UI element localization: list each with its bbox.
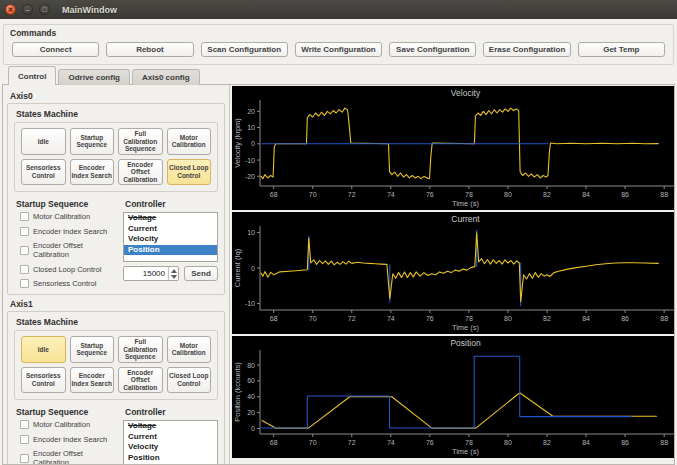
window-maximize-button[interactable]: □ — [39, 4, 50, 15]
axis1-motor-calibration-checkbox-row: Motor Calibration — [20, 420, 115, 429]
svg-text:78: 78 — [465, 439, 473, 446]
axis1-sensorless-control-button[interactable]: Sensorless Control — [21, 367, 66, 394]
svg-text:78: 78 — [465, 315, 473, 322]
axis0-encoder-offset-calibration-button[interactable]: Encoder Offset Calibration — [118, 159, 163, 186]
position-plot: PositionPosition (kcounts)68707274767880… — [232, 336, 674, 458]
axis0-full-calibration-sequence-button[interactable]: Full Calibration Sequence — [118, 128, 163, 155]
svg-text:0: 0 — [251, 265, 255, 272]
axis1-startup-sequence-column: Startup Sequence Motor Calibration Encod… — [14, 406, 115, 464]
svg-text:Time (s): Time (s) — [452, 323, 480, 332]
svg-text:76: 76 — [426, 191, 434, 198]
axis1-encoder-offset-calibration-button[interactable]: Encoder Offset Calibration — [118, 367, 163, 394]
axis0-option-velocity[interactable]: Velocity — [124, 234, 217, 245]
current-plot: CurrentCurrent (Iq)687072747678808284868… — [232, 212, 674, 334]
axis0-spin-row: 15000 Send — [123, 266, 218, 281]
axis0-states-machine-label: States Machine — [16, 109, 218, 119]
axis1-lower-row: Startup Sequence Motor Calibration Encod… — [14, 406, 218, 464]
svg-text:86: 86 — [621, 439, 629, 446]
axis1-states-machine-box: Idle Startup Sequence Full Calibration S… — [14, 330, 218, 400]
axis1-idle-button[interactable]: Idle — [21, 336, 66, 363]
scan-configuration-button[interactable]: Scan Configuration — [201, 42, 288, 57]
velocity-plot: VelocityVelocity (krpm)68707274767880828… — [232, 86, 674, 210]
axis0-encoder-index-search-button[interactable]: Encoder Index Search — [70, 159, 115, 186]
axis0-send-button[interactable]: Send — [184, 266, 218, 281]
axis1-encoder-offset-calibration-checkbox-row: Encoder Offset Calibration — [20, 449, 115, 464]
axis1-encoder-index-search-button[interactable]: Encoder Index Search — [70, 367, 115, 394]
window-close-button[interactable]: ✕ — [5, 4, 16, 15]
svg-text:60: 60 — [247, 377, 255, 384]
checkbox-label: Motor Calibration — [33, 212, 90, 221]
checkbox-icon[interactable] — [20, 246, 29, 255]
axis0-startup-sequence-button[interactable]: Startup Sequence — [70, 128, 115, 155]
checkbox-icon[interactable] — [20, 420, 29, 429]
axis1-option-velocity[interactable]: Velocity — [124, 442, 217, 453]
checkbox-icon[interactable] — [20, 212, 29, 221]
axis1-full-calibration-sequence-button[interactable]: Full Calibration Sequence — [118, 336, 163, 363]
svg-text:-10: -10 — [245, 300, 255, 307]
checkbox-icon[interactable] — [20, 454, 29, 463]
axes-panel: Axis0 States Machine Idle Startup Sequen… — [3, 85, 230, 464]
reboot-button[interactable]: Reboot — [106, 42, 193, 57]
checkbox-label: Encoder Index Search — [33, 227, 107, 236]
svg-text:Position (kcounts): Position (kcounts) — [233, 362, 242, 422]
axis0-states-machine-box: Idle Startup Sequence Full Calibration S… — [14, 122, 218, 192]
checkbox-label: Encoder Index Search — [33, 435, 107, 444]
svg-text:82: 82 — [543, 191, 551, 198]
axis0-closed-loop-control-button[interactable]: Closed Loop Control — [167, 159, 212, 186]
checkbox-icon[interactable] — [20, 265, 29, 274]
axis1-startup-sequence-label: Startup Sequence — [16, 407, 115, 417]
maximize-icon: □ — [42, 6, 46, 13]
svg-text:70: 70 — [309, 315, 317, 322]
connect-button[interactable]: Connect — [12, 42, 99, 57]
axis0-option-current[interactable]: Current — [124, 224, 217, 235]
window-minimize-button[interactable]: – — [22, 4, 33, 15]
svg-text:86: 86 — [621, 191, 629, 198]
checkbox-label: Encoder Offset Calibration — [33, 241, 115, 259]
write-configuration-button[interactable]: Write Configuration — [295, 42, 382, 57]
axis1-option-voltage[interactable]: Voltage — [124, 421, 217, 432]
axis1-option-position[interactable]: Position — [124, 453, 217, 464]
svg-text:86: 86 — [621, 315, 629, 322]
get-temp-button[interactable]: Get Temp — [578, 42, 665, 57]
svg-text:78: 78 — [465, 191, 473, 198]
svg-text:74: 74 — [387, 191, 395, 198]
svg-text:76: 76 — [426, 315, 434, 322]
close-icon: ✕ — [8, 6, 14, 13]
tab-odrive-config[interactable]: Odrive config — [58, 69, 130, 85]
svg-text:80: 80 — [504, 191, 512, 198]
axis1-option-current[interactable]: Current — [124, 432, 217, 443]
tab-axis0-config[interactable]: Axis0 config — [132, 69, 200, 85]
axis1-closed-loop-control-button[interactable]: Closed Loop Control — [167, 367, 212, 394]
axis0-idle-button[interactable]: Idle — [21, 128, 66, 155]
checkbox-label: Sensorless Control — [33, 279, 96, 288]
axis0-option-voltage[interactable]: Voltage — [124, 213, 217, 224]
tab-control[interactable]: Control — [8, 66, 56, 85]
axis0-motor-calibration-button[interactable]: Motor Calibration — [167, 128, 212, 155]
svg-text:Time (s): Time (s) — [452, 447, 480, 456]
spin-down-icon[interactable] — [171, 275, 177, 279]
axis0-value-spinbox[interactable]: 15000 — [123, 266, 179, 281]
svg-text:40: 40 — [247, 393, 255, 400]
axis1-motor-calibration-button[interactable]: Motor Calibration — [167, 336, 212, 363]
axis1-body: States Machine Idle Startup Sequence Ful… — [7, 311, 225, 464]
save-configuration-button[interactable]: Save Configuration — [389, 42, 476, 57]
axis1-startup-sequence-button[interactable]: Startup Sequence — [70, 336, 115, 363]
svg-text:76: 76 — [426, 439, 434, 446]
svg-text:70: 70 — [309, 191, 317, 198]
spin-up-icon[interactable] — [171, 269, 177, 273]
axis0-sensorless-control-checkbox-row: Sensorless Control — [20, 279, 115, 288]
axis0-option-position[interactable]: Position — [124, 245, 217, 256]
axis0-sensorless-control-button[interactable]: Sensorless Control — [21, 159, 66, 186]
checkbox-icon[interactable] — [20, 279, 29, 288]
axis0-controller-label: Controller — [125, 199, 218, 209]
checkbox-icon[interactable] — [20, 435, 29, 444]
checkbox-icon[interactable] — [20, 227, 29, 236]
svg-text:72: 72 — [348, 191, 356, 198]
svg-text:80: 80 — [504, 439, 512, 446]
axis1-encoder-index-search-checkbox-row: Encoder Index Search — [20, 435, 115, 444]
commands-group: Commands Connect Reboot Scan Configurati… — [3, 24, 674, 65]
axis1-section: Axis1 States Machine Idle Startup Sequen… — [7, 299, 225, 464]
axis0-lower-row: Startup Sequence Motor Calibration Encod… — [14, 198, 218, 288]
erase-configuration-button[interactable]: Erase Configuration — [483, 42, 570, 57]
axis0-spinner-buttons[interactable] — [168, 267, 178, 280]
